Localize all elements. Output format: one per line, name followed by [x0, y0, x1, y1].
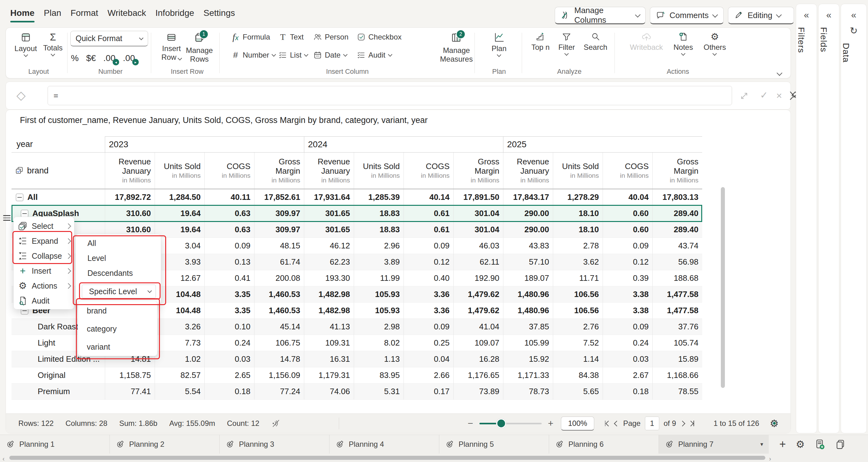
data-cell[interactable]: 1,171.33 [503, 367, 553, 383]
data-cell[interactable]: 5.31 [354, 383, 404, 400]
sheet-tab-3[interactable]: Planning 3 [220, 435, 330, 454]
data-cell[interactable]: 83.95 [354, 367, 404, 383]
level-option-category[interactable]: category [78, 320, 157, 338]
data-cell[interactable]: 192.90 [453, 270, 503, 286]
decimal-decrease-button[interactable]: .00◂ [103, 53, 116, 63]
data-cell[interactable]: 1,477.58 [652, 302, 702, 319]
data-cell[interactable]: 3.04 [155, 238, 205, 254]
horizontal-scrollbar[interactable]: ‹ › [0, 454, 868, 462]
data-cell[interactable]: 0.25 [404, 335, 453, 351]
data-cell[interactable]: 0.04 [404, 351, 453, 367]
data-cell[interactable]: 7.52 [553, 335, 602, 351]
data-cell[interactable]: 0.61 [404, 222, 453, 238]
data-cell[interactable]: 309.97 [254, 222, 304, 238]
data-cell[interactable]: 37.76 [652, 319, 702, 335]
zoom-out-button[interactable]: − [466, 418, 475, 429]
scroll-right-icon[interactable]: › [769, 455, 771, 462]
sheet-tab-4[interactable]: Planning 4 [330, 435, 439, 454]
data-cell[interactable]: 0.18 [602, 383, 652, 400]
data-cell[interactable]: 2.76 [553, 319, 602, 335]
data-cell[interactable]: 105.93 [354, 302, 404, 319]
data-cell[interactable]: 1,158.75 [105, 367, 155, 383]
menu-item-infobridge[interactable]: Infobridge [156, 4, 194, 22]
data-cell[interactable]: 15.92 [503, 351, 553, 367]
data-cell[interactable]: 0.41 [205, 270, 254, 286]
data-cell[interactable]: 40.04 [602, 189, 652, 205]
expand-formula-icon[interactable] [739, 91, 749, 101]
data-cell[interactable]: 16.31 [304, 351, 354, 367]
data-cell[interactable]: 1,482.98 [304, 286, 354, 302]
data-cell[interactable]: 15.89 [652, 351, 702, 367]
data-cell[interactable]: 7.73 [155, 335, 205, 351]
data-cell[interactable]: 1,284.50 [155, 189, 205, 205]
insert-person-button[interactable]: Person [314, 33, 357, 41]
data-cell[interactable]: 0.09 [404, 238, 453, 254]
data-cell[interactable]: 17,843.17 [503, 189, 553, 205]
data-cell[interactable]: 46.03 [453, 238, 503, 254]
data-cell[interactable]: 0.12 [404, 254, 453, 270]
data-cell[interactable]: 0.39 [602, 270, 652, 286]
data-cell[interactable]: 1,480.96 [503, 286, 553, 302]
manage-measures-button[interactable]: 2 ManageMeasures [443, 32, 470, 63]
data-cell[interactable]: 0.09 [602, 319, 652, 335]
data-cell[interactable]: 8.02 [354, 335, 404, 351]
data-cell[interactable]: 43.74 [652, 238, 702, 254]
settings-gear-icon[interactable]: ⚙ [796, 439, 805, 449]
data-cell[interactable]: 62.23 [304, 254, 354, 270]
data-cell[interactable]: 48.15 [254, 238, 304, 254]
specific-level-dropdown[interactable]: Specific Level [82, 285, 156, 298]
data-cell[interactable]: 78.73 [503, 383, 553, 400]
data-cell[interactable]: 78.55 [652, 383, 702, 400]
data-cell[interactable]: 17,931.64 [304, 189, 354, 205]
data-cell[interactable]: 1,278.29 [553, 189, 602, 205]
measure-header[interactable]: Revenue Januaryin Millions [105, 152, 155, 189]
data-cell[interactable]: 5.65 [553, 383, 602, 400]
manage-columns-button[interactable]: Manage Columns [555, 7, 646, 24]
data-cell[interactable]: 3.62 [553, 254, 602, 270]
data-cell[interactable]: 1,168.66 [652, 367, 702, 383]
data-cell[interactable]: 289.40 [652, 222, 702, 238]
insert-date-button[interactable]: Date [314, 51, 357, 59]
data-cell[interactable]: 1,179.31 [304, 367, 354, 383]
search-button[interactable]: Search [584, 32, 607, 55]
panel-filters[interactable]: «Filters [796, 4, 817, 433]
data-cell[interactable]: 3.93 [155, 254, 205, 270]
data-cell[interactable]: 193.30 [304, 270, 354, 286]
last-page-button[interactable] [689, 421, 694, 426]
data-cell[interactable]: 105.93 [354, 286, 404, 302]
data-cell[interactable]: 11.99 [354, 270, 404, 286]
zoom-slider-thumb[interactable] [497, 419, 506, 428]
copy-sheet-icon[interactable] [835, 439, 846, 450]
data-cell[interactable]: 41.04 [453, 319, 503, 335]
data-cell[interactable]: 16.28 [453, 351, 503, 367]
data-cell[interactable]: 0.09 [205, 238, 254, 254]
data-cell[interactable]: 1,460.53 [254, 286, 304, 302]
previous-page-button[interactable] [615, 422, 619, 426]
insert-text-button[interactable]: TText [279, 33, 314, 41]
data-cell[interactable]: 1,460.53 [254, 302, 304, 319]
data-cell[interactable]: 0.24 [602, 335, 652, 351]
data-cell[interactable]: 56.98 [652, 254, 702, 270]
data-cell[interactable]: 0.09 [404, 319, 453, 335]
level-option-variant[interactable]: variant [78, 338, 157, 356]
filter-button[interactable]: Filter [558, 32, 575, 55]
plan-button[interactable]: Plan [492, 32, 506, 56]
panel-fields[interactable]: «Fields [818, 4, 839, 433]
panel-data[interactable]: «↻Data [841, 4, 867, 433]
context-menu-item-expand[interactable]: Expand [14, 233, 74, 249]
context-menu-item-audit[interactable]: Audit [14, 293, 74, 308]
comments-button[interactable]: Comments [650, 7, 724, 24]
collapse-row-icon[interactable] [16, 194, 23, 201]
quick-format-dropdown[interactable]: Quick Format [70, 31, 148, 47]
add-sheet-icon[interactable]: + [779, 439, 786, 450]
data-cell[interactable]: 46.12 [304, 238, 354, 254]
data-cell[interactable]: 17,892.72 [105, 189, 155, 205]
context-menu-item-select[interactable]: Select [14, 219, 74, 233]
data-cell[interactable]: 0.09 [602, 238, 652, 254]
data-cell[interactable]: 0.03 [205, 351, 254, 367]
data-cell[interactable]: 14.78 [254, 351, 304, 367]
sheet-tab-7[interactable]: Planning 7▾ [659, 435, 769, 454]
data-cell[interactable]: 77.24 [254, 383, 304, 400]
data-cell[interactable]: 0.60 [602, 222, 652, 238]
others-button[interactable]: ⚙Others [704, 32, 726, 55]
